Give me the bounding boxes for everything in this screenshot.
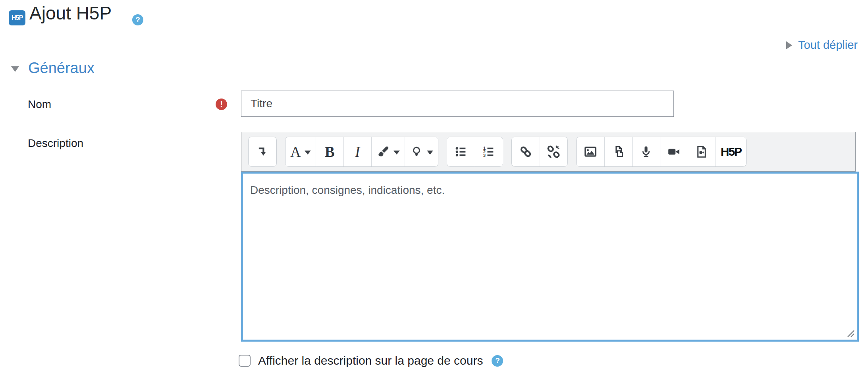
page-title: Ajout H5P	[29, 2, 112, 24]
italic-icon: I	[355, 145, 360, 159]
description-label: Description	[28, 137, 83, 150]
toolbar-group-links	[511, 137, 568, 167]
documents-icon	[611, 145, 625, 159]
show-description-checkbox[interactable]	[239, 355, 251, 367]
caret-down-icon	[427, 151, 433, 155]
h5p-icon: H5P	[721, 145, 741, 158]
toolbar-group-collapse	[248, 137, 277, 167]
font-styles-button[interactable]: A	[285, 137, 316, 166]
toolbar-group-text: A B I	[285, 137, 438, 167]
expand-all-label[interactable]: Tout déplier	[798, 39, 858, 52]
link-icon	[519, 145, 533, 159]
insert-media-button[interactable]	[688, 137, 716, 166]
ordered-list-button[interactable]: 1 2 3	[475, 137, 503, 166]
record-audio-button[interactable]	[632, 137, 660, 166]
editor-toolbar: A B I	[241, 132, 856, 172]
microphone-icon	[639, 145, 653, 159]
show-description-row: Afficher la description sur la page de c…	[239, 354, 503, 367]
font-styles-icon: A	[290, 145, 301, 159]
unordered-list-button[interactable]	[447, 137, 475, 166]
caret-down-icon	[393, 151, 400, 155]
caret-down-icon	[305, 151, 311, 155]
lightbulb-icon	[410, 145, 423, 158]
record-video-button[interactable]	[660, 137, 688, 166]
bold-icon: B	[325, 145, 335, 159]
resize-handle-icon[interactable]	[845, 328, 856, 338]
manage-files-button[interactable]	[604, 137, 632, 166]
numbered-list-icon: 1 2 3	[482, 145, 496, 158]
h5p-module-icon: H5P	[9, 10, 25, 25]
paintbrush-icon	[376, 145, 390, 158]
description-text: Description, consignes, indications, etc…	[243, 174, 857, 207]
italic-button[interactable]: I	[343, 137, 371, 166]
image-icon	[583, 145, 598, 159]
media-file-icon	[694, 145, 709, 159]
toolbar-group-lists: 1 2 3	[447, 137, 503, 167]
chevron-down-icon	[11, 66, 19, 72]
level-down-arrow-icon	[256, 145, 269, 158]
h5p-add-form: H5P Ajout H5P ? Tout déplier Généraux No…	[0, 0, 868, 371]
chevron-right-icon	[786, 41, 792, 49]
help-icon[interactable]: ?	[132, 14, 143, 25]
required-icon: !	[216, 99, 227, 110]
unlink-button[interactable]	[540, 137, 567, 166]
highlight-color-button[interactable]	[405, 137, 438, 166]
video-camera-icon	[667, 145, 681, 159]
section-title[interactable]: Généraux	[28, 60, 95, 77]
name-input[interactable]	[241, 91, 674, 117]
unlink-icon	[546, 145, 561, 159]
name-label: Nom	[28, 98, 51, 111]
expand-all-link[interactable]: Tout déplier	[786, 39, 858, 52]
show-description-label: Afficher la description sur la page de c…	[258, 354, 483, 367]
insert-h5p-button[interactable]: H5P	[716, 137, 746, 166]
bullet-list-icon	[454, 145, 468, 158]
toolbar-group-media: H5P	[576, 137, 746, 167]
insert-image-button[interactable]	[577, 137, 604, 166]
description-textarea[interactable]: Description, consignes, indications, etc…	[241, 172, 859, 342]
description-editor: A B I	[241, 132, 859, 342]
link-button[interactable]	[512, 137, 540, 166]
help-icon[interactable]: ?	[492, 355, 503, 367]
section-general-toggle[interactable]: Généraux	[11, 60, 95, 77]
bold-button[interactable]: B	[316, 137, 343, 166]
collapse-toolbar-button[interactable]	[249, 137, 276, 166]
svg-text:3: 3	[483, 153, 486, 158]
text-color-button[interactable]	[371, 137, 405, 166]
